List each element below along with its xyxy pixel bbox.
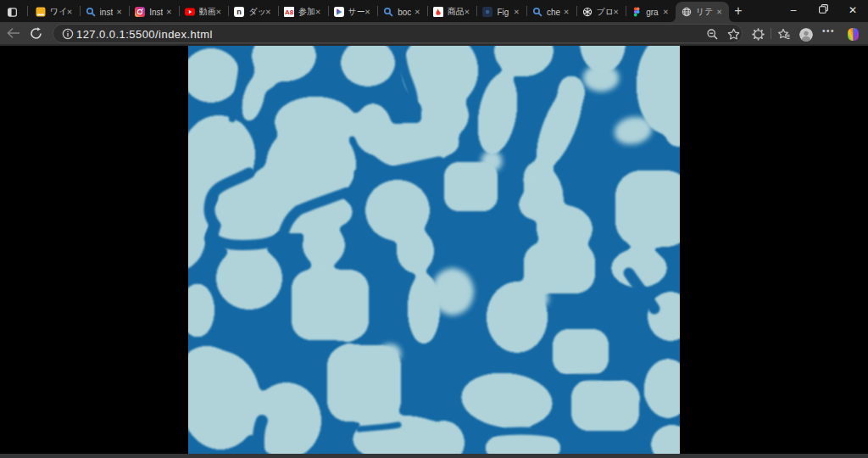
svg-text:n: n bbox=[237, 8, 242, 16]
svg-text:A8: A8 bbox=[285, 8, 294, 16]
